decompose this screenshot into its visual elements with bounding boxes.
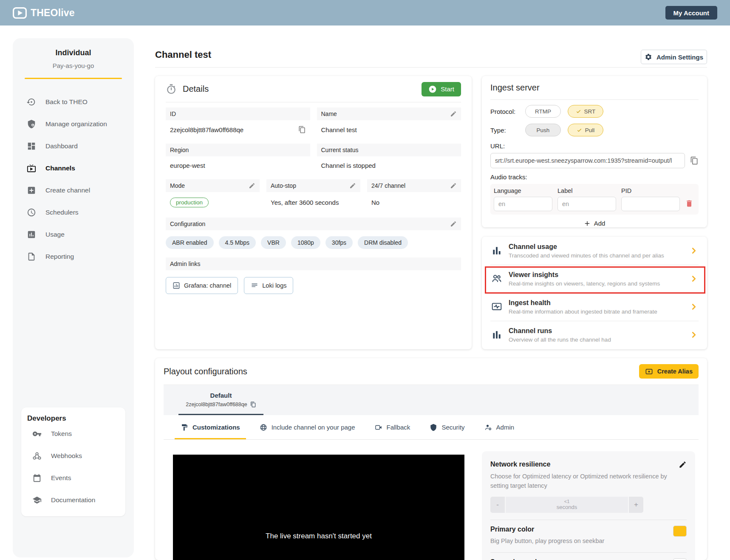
- sidebar-item-create-channel[interactable]: Create channel: [13, 179, 134, 201]
- sidebar-item-label: Back to THEO: [45, 98, 88, 106]
- latency-decrease-button[interactable]: -: [490, 497, 505, 513]
- create-alias-label: Create Alias: [657, 368, 693, 375]
- latency-amount: <1: [564, 499, 570, 504]
- edit-name-pencil-icon[interactable]: [450, 110, 457, 117]
- sidebar-item-events[interactable]: Events: [21, 467, 125, 489]
- config-chip: 30fps: [325, 236, 353, 249]
- tab-customizations[interactable]: Customizations: [181, 415, 240, 439]
- type-push-button[interactable]: Push: [525, 124, 561, 136]
- ingest-body: Protocol: RTMP SRT Type: Push Pull: [482, 100, 707, 229]
- latency-increase-button[interactable]: +: [629, 497, 643, 513]
- admin-settings-button[interactable]: Admin Settings: [641, 50, 707, 64]
- grafana-chart-icon: [173, 282, 180, 289]
- add-row: Add: [490, 217, 699, 229]
- copy-id-icon[interactable]: [298, 126, 306, 133]
- type-label: Type:: [490, 127, 525, 134]
- sidebar-item-documentation[interactable]: Documentation: [21, 489, 125, 511]
- sidebar-item-reporting[interactable]: Reporting: [13, 246, 134, 268]
- sidebar-item-webhooks[interactable]: Webhooks: [21, 445, 125, 467]
- ingest-server-card: Ingest server Protocol: RTMP SRT Type: P…: [482, 76, 707, 227]
- sidebar-item-label: Reporting: [45, 253, 74, 260]
- channel-name-value: Channel test: [321, 126, 357, 133]
- pid-input[interactable]: [621, 197, 680, 211]
- name-label: Name: [321, 110, 337, 117]
- autostop-label-row: Auto-stop: [266, 179, 360, 192]
- tab-include-channel[interactable]: Include channel on your page: [260, 415, 355, 439]
- configuration-label-row: Configuration: [166, 218, 461, 230]
- sidebar-item-channels[interactable]: Channels: [13, 157, 134, 179]
- playout-configurations-card: Playout configurations Create Alias Defa…: [155, 358, 707, 560]
- tab-label: Security: [441, 424, 464, 431]
- status-label-row: Current status: [317, 144, 461, 156]
- add-audio-track-button[interactable]: Add: [580, 217, 610, 229]
- tab-label: Admin: [496, 424, 515, 431]
- sidebar-item-schedulers[interactable]: Schedulers: [13, 201, 134, 223]
- audio-label-field: Label: [557, 187, 616, 211]
- ingest-health-row[interactable]: Ingest health Real-time information abou…: [482, 293, 707, 321]
- primary-color-swatch[interactable]: [673, 526, 687, 537]
- channel-runs-row[interactable]: Channel runs Overview of all the runs th…: [482, 321, 707, 349]
- pid-column-label: PID: [621, 187, 680, 194]
- language-input[interactable]: [494, 197, 552, 211]
- type-pull-button[interactable]: Pull: [568, 124, 603, 136]
- trash-icon: [685, 199, 693, 208]
- edit-configuration-pencil-icon[interactable]: [450, 221, 457, 227]
- region-label-row: Region: [166, 144, 310, 156]
- chevron-right-icon: [689, 330, 699, 339]
- config-chip: 1080p: [291, 236, 320, 249]
- config-chip: ABR enabled: [166, 236, 214, 249]
- channel-usage-row[interactable]: Channel usage Transcoded and viewed minu…: [482, 237, 707, 265]
- start-button[interactable]: Start: [422, 82, 461, 96]
- production-badge: production: [170, 198, 209, 207]
- sidebar-item-manage-organization[interactable]: Manage organization: [13, 113, 134, 135]
- protocol-row: Protocol: RTMP SRT: [490, 105, 699, 118]
- grafana-channel-button[interactable]: Grafana: channel: [166, 277, 238, 294]
- tab-fallback[interactable]: Fallback: [375, 415, 410, 439]
- id-label: ID: [170, 110, 176, 117]
- tv-icon: [27, 164, 36, 173]
- delete-audio-track-button[interactable]: [685, 199, 693, 208]
- configuration-chips: ABR enabled 4.5 Mbps VBR 1080p 30fps DRM…: [166, 230, 461, 257]
- sidebar-item-label: Channels: [45, 164, 75, 172]
- loki-logs-button[interactable]: Loki logs: [244, 277, 293, 294]
- status-label: Current status: [321, 147, 359, 153]
- network-resilience-title: Network resilience: [490, 461, 550, 468]
- ingest-health-title: Ingest health: [509, 299, 657, 307]
- tab-admin[interactable]: Admin: [484, 415, 515, 439]
- label-input[interactable]: [557, 197, 616, 211]
- tab-security[interactable]: Security: [430, 415, 464, 439]
- sidebar-item-label: Tokens: [51, 430, 72, 438]
- sidebar-item-dashboard[interactable]: Dashboard: [13, 135, 134, 157]
- sidebar-item-back-to-theo[interactable]: Back to THEO: [13, 91, 134, 113]
- create-alias-button[interactable]: Create Alias: [639, 364, 699, 379]
- edit-channel247-pencil-icon[interactable]: [450, 182, 457, 189]
- protocol-rtmp-button[interactable]: RTMP: [525, 105, 561, 118]
- alias-tab-default[interactable]: Default 2zejcol8bjtt87faw0ff688qe: [178, 385, 263, 415]
- sidebar-item-tokens[interactable]: Tokens: [21, 423, 125, 445]
- url-label: URL:: [490, 142, 699, 150]
- sidebar-item-label: Webhooks: [51, 452, 82, 460]
- sidebar-item-label: Usage: [45, 231, 65, 238]
- tab-label: Fallback: [387, 424, 410, 431]
- video-player-preview[interactable]: The live stream hasn't started yet: [173, 455, 464, 560]
- stopwatch-icon: [166, 84, 177, 95]
- copy-url-icon[interactable]: [690, 156, 699, 165]
- channel247-label: 24/7 channel: [371, 182, 405, 189]
- brand-logo[interactable]: THEOlive: [13, 7, 75, 19]
- protocol-srt-button[interactable]: SRT: [568, 105, 603, 118]
- name-label-row: Name: [317, 107, 461, 120]
- edit-autostop-pencil-icon[interactable]: [349, 182, 356, 189]
- viewer-insights-row[interactable]: Viewer insights Real-time insights on vi…: [482, 265, 707, 293]
- config-chip: 4.5 Mbps: [219, 236, 256, 249]
- sidebar-item-usage[interactable]: Usage: [13, 223, 134, 246]
- viewer-insights-subtitle: Real-time insights on viewers, latency, …: [509, 280, 660, 287]
- play-circle-icon: [428, 85, 437, 93]
- primary-color-title: Primary color: [490, 526, 673, 533]
- edit-network-resilience-pencil-icon[interactable]: [679, 461, 687, 469]
- my-account-button[interactable]: My Account: [665, 6, 717, 20]
- ingest-url-input[interactable]: [490, 153, 685, 168]
- organization-plan: Pay-as-you-go: [13, 62, 134, 69]
- secondary-color-swatch[interactable]: [673, 558, 687, 560]
- copy-alias-id-icon[interactable]: [250, 402, 256, 407]
- edit-mode-pencil-icon[interactable]: [249, 182, 255, 189]
